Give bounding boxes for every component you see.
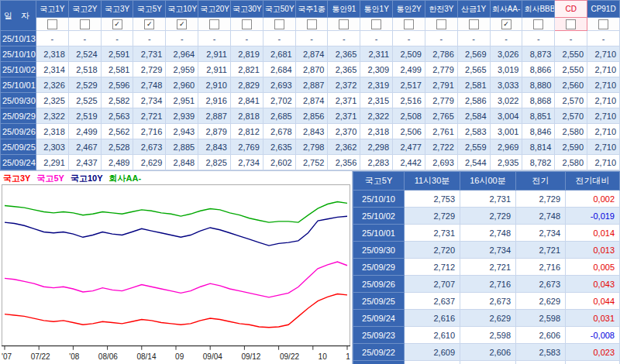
column-header-4[interactable]: 국고10Y [166, 1, 198, 18]
column-checkbox-5[interactable] [198, 18, 231, 31]
checkbox-icon[interactable] [274, 19, 284, 29]
yield-cell: 2,362 [328, 139, 360, 155]
column-header-5[interactable]: 국고20Y [198, 1, 231, 18]
checkbox-icon[interactable] [80, 19, 90, 29]
checkbox-icon[interactable] [436, 19, 446, 29]
column-checkbox-17[interactable] [587, 18, 620, 31]
intraday-row: 25/09/232,6102,5982,606-0,008 [353, 327, 620, 344]
yield-cell: - [295, 31, 328, 46]
column-header-6[interactable]: 국고30Y [230, 1, 263, 18]
yield-cell: 2,710 [587, 108, 620, 124]
yield-cell: 2,916 [198, 93, 231, 108]
column-checkbox-15[interactable] [522, 18, 555, 31]
row-date: 25/10/10 [1, 46, 36, 62]
checkbox-icon[interactable]: ✓ [112, 19, 122, 29]
column-checkbox-14[interactable]: ✓ [490, 18, 522, 31]
intraday-row-date: 25/10/10 [353, 191, 405, 208]
yield-row: 25/10/012,3262,5292,5962,7482,9602,9102,… [1, 77, 620, 93]
yield-cell: 2,570 [555, 93, 587, 108]
column-checkbox-11[interactable] [393, 18, 425, 31]
column-checkbox-16[interactable] [555, 18, 587, 31]
checkbox-icon[interactable]: ✓ [501, 19, 512, 29]
column-checkbox-2[interactable]: ✓ [101, 18, 133, 31]
checkbox-icon[interactable]: ✓ [177, 19, 187, 29]
column-header-13[interactable]: 산금1Y [457, 1, 490, 18]
checkbox-icon[interactable] [598, 19, 608, 29]
yield-cell: 2,596 [101, 77, 133, 93]
checkbox-icon[interactable]: ✓ [144, 19, 154, 29]
value-prev: 2,606 [516, 327, 566, 344]
yield-cell: 2,821 [230, 62, 263, 77]
column-header-8[interactable]: 국주1종 [295, 1, 328, 18]
column-header-15[interactable]: 회사BBB- [522, 1, 555, 18]
yield-row: 25/09/292,3222,5192,5632,7212,9392,8872,… [1, 108, 620, 124]
column-checkbox-7[interactable] [263, 18, 295, 31]
intraday-row: 25/09/242,6162,6292,5980,031 [353, 310, 620, 327]
column-checkbox-4[interactable]: ✓ [166, 18, 198, 31]
column-header-7[interactable]: 국고50Y [263, 1, 295, 18]
column-header-3[interactable]: 국고5Y [133, 1, 166, 18]
value-change: -0,019 [566, 208, 620, 225]
yield-cell: 2,678 [263, 124, 295, 139]
yield-cell: - [490, 31, 522, 46]
value-prev: 2,716 [516, 259, 566, 276]
x-axis-label: '08 [69, 352, 79, 364]
yield-cell: 2,959 [166, 62, 198, 77]
column-header-1[interactable]: 국고2Y [68, 1, 101, 18]
column-checkbox-10[interactable] [360, 18, 393, 31]
checkbox-icon[interactable] [47, 19, 57, 29]
row-date: 25/09/25 [1, 139, 36, 155]
column-header-9[interactable]: 통안91 [328, 1, 360, 18]
column-checkbox-1[interactable] [68, 18, 101, 31]
value-change: 0,039 [566, 361, 620, 364]
column-checkbox-12[interactable] [425, 18, 457, 31]
yield-cell: 2,318 [36, 124, 69, 139]
checkbox-icon[interactable] [307, 19, 317, 29]
yield-cell: 2,702 [263, 93, 295, 108]
row-date: 25/10/13 [1, 31, 36, 46]
column-checkbox-9[interactable] [328, 18, 360, 31]
column-header-16[interactable]: CD [555, 1, 587, 18]
yield-cell: 2,318 [36, 46, 69, 62]
legend-item: 국고10Y [71, 173, 103, 184]
column-header-11[interactable]: 통안2Y [393, 1, 425, 18]
checkbox-icon[interactable] [242, 19, 252, 29]
yield-cell: 2,562 [101, 124, 133, 139]
column-checkbox-3[interactable]: ✓ [133, 18, 166, 31]
yield-cell: 2,309 [360, 62, 393, 77]
column-header-12[interactable]: 한전3Y [425, 1, 457, 18]
column-header-0[interactable]: 국고1Y [36, 1, 69, 18]
yield-cell: - [198, 31, 231, 46]
intraday-row-date: 25/09/22 [353, 344, 405, 361]
yield-cell: 2,734 [133, 93, 166, 108]
x-axis-label: 08/06 [98, 352, 118, 364]
checkbox-icon[interactable] [469, 19, 479, 29]
checkbox-icon[interactable] [566, 19, 576, 29]
column-checkbox-8[interactable] [295, 18, 328, 31]
yield-cell: 2,371 [328, 93, 360, 108]
checkbox-icon[interactable] [339, 19, 349, 29]
column-header-10[interactable]: 통안1Y [360, 1, 393, 18]
yield-cell: 2,563 [101, 108, 133, 124]
column-header-14[interactable]: 회사AA- [490, 1, 522, 18]
yield-cell: 2,710 [587, 62, 620, 77]
row-date: 25/10/01 [1, 77, 36, 93]
yield-cell: 2,721 [133, 108, 166, 124]
checkbox-icon[interactable] [404, 19, 414, 29]
column-checkbox-0[interactable] [36, 18, 69, 31]
column-header-17[interactable]: CP91D [587, 1, 620, 18]
yield-cell: 2,841 [230, 93, 263, 108]
checkbox-icon[interactable] [533, 19, 543, 29]
row-date: 25/09/26 [1, 124, 36, 139]
column-checkbox-6[interactable] [230, 18, 263, 31]
checkbox-icon[interactable] [209, 19, 219, 29]
yield-cell: 2,943 [166, 124, 198, 139]
checkbox-icon[interactable] [371, 19, 381, 29]
yield-cell: 2,710 [587, 93, 620, 108]
value-1130: 2,712 [405, 259, 460, 276]
column-checkbox-13[interactable] [457, 18, 490, 31]
yield-row: 25/09/262,3182,4992,5622,7162,9432,8792,… [1, 124, 620, 139]
value-change: 0,044 [566, 293, 620, 310]
column-header-2[interactable]: 국고3Y [101, 1, 133, 18]
yield-cell: 2,685 [263, 108, 295, 124]
